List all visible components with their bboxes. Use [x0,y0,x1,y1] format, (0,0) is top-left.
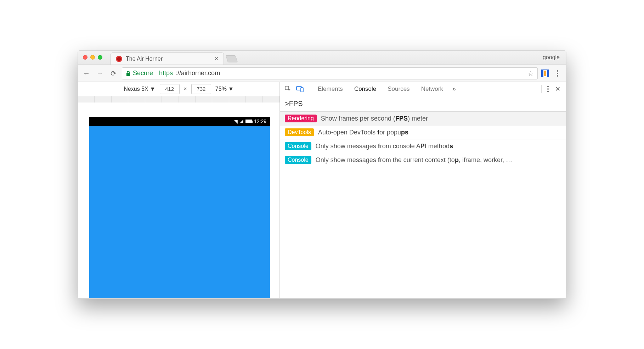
browser-window: The Air Horner ✕ google ← → ⟳ Secure htt… [78,50,566,299]
secure-label: Secure [133,70,153,77]
command-menu-item[interactable]: DevToolsAuto-open DevTools for popups [280,126,566,139]
divider [156,70,156,77]
devtools-tab-elements[interactable]: Elements [313,85,348,93]
maximize-window-button[interactable] [98,55,102,60]
command-category-badge: Console [285,142,311,150]
devtools-close-button[interactable]: ✕ [552,85,563,93]
command-menu-item[interactable]: RenderingShow frames per second (FPS) me… [280,112,566,126]
status-time: 12:29 [254,118,266,124]
command-menu-list: RenderingShow frames per second (FPS) me… [280,112,566,167]
device-viewport: ◥ 12:29 [78,103,279,298]
device-name-label: Nexus 5X [124,86,148,92]
url-scheme: https [159,70,173,77]
toggle-device-icon[interactable] [295,84,305,94]
svg-rect-1 [301,88,303,92]
devtools-tab-network[interactable]: Network [416,85,448,93]
titlebar: The Air Horner ✕ google [78,51,566,65]
command-label: Show frames per second (FPS) meter [321,115,428,122]
command-label: Only show messages from console API meth… [316,143,453,150]
content-area: Nexus 5X ▼ × 75% ▼ ◥ [78,82,566,298]
zoom-select[interactable]: 75% ▼ [215,86,234,92]
command-query: >FPS [285,100,303,108]
lock-icon [126,71,131,76]
devtools-tab-console[interactable]: Console [349,85,381,93]
back-button[interactable]: ← [81,68,91,78]
separator [309,85,309,93]
command-label: Auto-open DevTools for popups [318,129,408,136]
signal-icon [240,120,243,123]
command-category-badge: Console [285,156,311,164]
ruler [78,96,279,103]
bookmark-star-icon[interactable]: ☆ [527,69,534,78]
url-host: ://airhorner.com [176,70,220,77]
command-label: Only show messages from the current cont… [316,156,512,164]
forward-button[interactable]: → [95,68,105,78]
command-menu-input[interactable]: >FPS [280,96,566,112]
device-emulation-pane: Nexus 5X ▼ × 75% ▼ ◥ [78,82,280,298]
favicon-icon [116,56,122,62]
emulated-screen[interactable]: ◥ 12:29 [89,117,270,298]
android-status-bar: ◥ 12:29 [89,117,270,126]
command-menu-item[interactable]: ConsoleOnly show messages from the curre… [280,153,566,167]
window-controls [83,55,102,60]
devtools-tabbar: ElementsConsoleSourcesNetwork » ✕ [280,82,566,96]
more-tabs-button[interactable]: » [450,85,459,93]
minimize-window-button[interactable] [90,55,95,60]
close-window-button[interactable] [83,55,87,60]
device-width-input[interactable] [160,84,180,94]
devtools-tab-sources[interactable]: Sources [383,85,414,93]
command-menu-item[interactable]: ConsoleOnly show messages from console A… [280,139,566,153]
zoom-label: 75% [215,86,227,92]
device-select[interactable]: Nexus 5X ▼ [124,86,155,92]
device-toolbar: Nexus 5X ▼ × 75% ▼ [78,82,279,96]
secure-indicator: Secure [126,70,153,77]
chevron-down-icon: ▼ [150,86,156,92]
tab-title: The Air Horner [126,56,210,62]
devtools-menu-button[interactable] [544,86,552,92]
extension-lighthouse-icon[interactable] [541,70,549,77]
battery-icon [245,120,252,123]
address-bar: ← → ⟳ Secure https://airhorner.com ☆ [78,65,566,82]
inspect-element-icon[interactable] [283,84,293,94]
command-category-badge: Rendering [285,115,317,122]
profile-label[interactable]: google [543,54,560,61]
chevron-down-icon: ▼ [228,86,234,92]
times-symbol: × [184,86,187,92]
wifi-icon: ◥ [234,118,238,124]
device-height-input[interactable] [191,84,211,94]
new-tab-button[interactable] [226,55,238,62]
separator [541,85,542,93]
omnibox[interactable]: Secure https://airhorner.com ☆ [122,67,538,79]
reload-button[interactable]: ⟳ [108,68,118,78]
command-category-badge: DevTools [285,128,314,136]
devtools-pane: ElementsConsoleSourcesNetwork » ✕ >FPS R… [280,82,566,298]
browser-menu-button[interactable] [553,70,563,77]
tab-close-button[interactable]: ✕ [214,55,219,62]
browser-tab[interactable]: The Air Horner ✕ [111,52,224,65]
